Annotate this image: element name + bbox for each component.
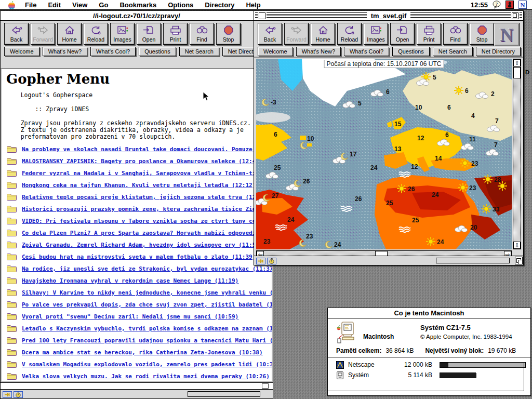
menu-file[interactable]: File	[19, 1, 42, 9]
gopher-list-item[interactable]: Velka slova velkych muzu. Jak se rodi ri…	[6, 370, 272, 382]
macintosh-computer-icon	[336, 322, 357, 343]
gopher-list-item[interactable]: Hongkong ceka na tajfun Khanun. Kvuli ve…	[6, 179, 272, 191]
directory-button-welcome[interactable]: Welcome	[258, 47, 293, 56]
temperature-label: 2	[491, 90, 495, 98]
gopher-list-item[interactable]: V somalskem Mogadisu explodovalo vozidlo…	[6, 358, 272, 370]
stop-button[interactable]: Stop	[470, 23, 494, 45]
forward-button[interactable]: Forward	[284, 23, 309, 45]
gopher-link[interactable]: Relativne teple pocasi preje klistatum, …	[22, 194, 270, 201]
menu-go[interactable]: Go	[93, 1, 114, 9]
directory-button-questions[interactable]: Questions	[392, 47, 430, 56]
print-button[interactable]: Print	[417, 23, 441, 45]
gopher-list-item[interactable]: Historici prosazuji prazsky pomnik zene,…	[6, 203, 272, 215]
close-box[interactable]	[259, 12, 265, 19]
home-button[interactable]: Home	[311, 23, 335, 45]
gopher-link[interactable]: Co dela Plzen Plzni? A proc Sparta zaost…	[22, 230, 272, 236]
menu-view[interactable]: View	[66, 1, 93, 9]
netscape-logo[interactable]: N	[494, 23, 520, 46]
gopher-list-item[interactable]: Co dela Plzen Plzni? A proc Sparta zaost…	[6, 227, 272, 239]
stop-button[interactable]: Stop	[216, 23, 241, 45]
desktop-icon-label[interactable]: D	[525, 69, 529, 75]
gopher-link[interactable]: Zpival Granadu. Zemrel Richard Adam, hve…	[22, 242, 263, 248]
gopher-link[interactable]: Na problemy ve skolach nasadi Bruntal ta…	[22, 146, 272, 153]
gopher-list-item[interactable]: Relativne teple pocasi preje klistatum, …	[6, 191, 272, 203]
directory-button-what-s-cool-[interactable]: What's Cool?	[90, 47, 136, 56]
menu-directory[interactable]: Directory	[199, 1, 240, 9]
images-button[interactable]: Images	[110, 23, 135, 45]
menu-options[interactable]: Options	[162, 1, 199, 9]
gopher-list-item[interactable]: Zpival Granadu. Zemrel Richard Adam, hve…	[6, 239, 272, 251]
gopher-link[interactable]: Havajskeho Ironmana vyhral v rekordnim c…	[22, 277, 238, 284]
zoom-box[interactable]	[512, 12, 518, 19]
images-button[interactable]: Images	[364, 23, 388, 45]
gopher-link[interactable]: VIDEO: Pri festivalu mlsounu v Tabore vz…	[22, 218, 272, 224]
open-button[interactable]: Open	[137, 23, 161, 45]
gopher-link[interactable]: Letadlo s Kaczynskim vybuchlo, tvrdi pol…	[22, 325, 272, 332]
keyboard-layout-icon[interactable]	[506, 1, 514, 9]
scroll-down-arrow[interactable]: ⇩	[513, 242, 521, 249]
reload-button[interactable]: Reload	[337, 23, 362, 45]
gopher-link[interactable]: MALOSTRANSKY ZAPISNIK: Bagety pro poslan…	[22, 158, 263, 165]
stop-icon	[222, 25, 235, 35]
gopher-window-titlebar[interactable]: //i-logout.cz•70/1/cz/zpravy/	[1, 11, 273, 21]
gopher-list-item[interactable]: Cesi budou hrat na mistrovstvi sveta v m…	[6, 251, 272, 263]
find-button[interactable]: Find	[443, 23, 468, 45]
gopher-list-item[interactable]: VIDEO: Pri festivalu mlsounu v Tabore vz…	[6, 215, 272, 227]
temperature-label: 23	[469, 184, 476, 192]
back-button[interactable]: Back	[4, 23, 29, 45]
gopher-list-item[interactable]: Letadlo s Kaczynskim vybuchlo, tvrdi pol…	[6, 323, 272, 335]
map-window-titlebar[interactable]: tm_svet.gif	[254, 11, 523, 21]
scroll-up-arrow[interactable]: ⇧	[513, 59, 521, 66]
window-resize-handle[interactable]	[515, 257, 523, 264]
back-button[interactable]: Back	[258, 23, 282, 45]
netscape-menu-icon[interactable]: N	[518, 1, 527, 9]
gopher-list-item[interactable]: Havajskeho Ironmana vyhral v rekordnim c…	[6, 275, 272, 287]
directory-button-net-search[interactable]: Net Search	[433, 47, 473, 56]
open-button[interactable]: Open	[390, 23, 415, 45]
menu-bookmarks[interactable]: Bookmarks	[114, 1, 162, 9]
gopher-list-item[interactable]: Dcera ma ambice stat se hereckou, rika C…	[6, 347, 272, 358]
reload-button[interactable]: Reload	[84, 23, 108, 45]
forward-button[interactable]: Forward	[31, 23, 55, 45]
gopher-link[interactable]: Cesi budou hrat na mistrovstvi sveta v m…	[22, 254, 256, 260]
gopher-link[interactable]: Historici prosazuji prazsky pomnik zene,…	[22, 206, 272, 212]
home-button[interactable]: Home	[57, 23, 82, 45]
directory-button-questions[interactable]: Questions	[139, 47, 176, 56]
gopher-link[interactable]: Po valce ves prekvapil dopis, zda chce s…	[22, 301, 272, 308]
home-icon	[63, 25, 76, 35]
gopher-link[interactable]: Hongkong ceka na tajfun Khanun. Kvuli ve…	[22, 182, 256, 189]
gopher-link[interactable]: Dcera ma ambice stat se hereckou, rika C…	[22, 349, 263, 356]
gopher-link[interactable]: Vyoral proti "svemu" Decinu zaril: Nedal…	[22, 313, 238, 320]
directory-button-what-s-new-[interactable]: What's New?	[296, 47, 341, 56]
menu-edit[interactable]: Edit	[42, 1, 66, 9]
print-button[interactable]: Print	[163, 23, 188, 45]
directory-button-what-s-new-[interactable]: What's New?	[43, 47, 87, 56]
gopher-list-item[interactable]: Federer vyzral na Nadala i v Sanghaji, S…	[6, 167, 272, 179]
gopher-list-item[interactable]: MALOSTRANSKY ZAPISNIK: Bagety pro poslan…	[6, 155, 272, 167]
directory-button-net-search[interactable]: Net Search	[179, 47, 219, 56]
apple-menu-icon[interactable]	[8, 1, 15, 9]
gopher-list-item[interactable]: Silhavy: V Karvine to nikdy neni jednodu…	[6, 287, 272, 299]
gopher-link[interactable]: V somalskem Mogadisu explodovalo vozidlo…	[22, 361, 272, 368]
vertical-scrollbar[interactable]: ⇧ ⇩	[513, 59, 521, 249]
directory-button-what-s-cool-[interactable]: What's Cool?	[344, 47, 389, 56]
find-button[interactable]: Find	[190, 23, 214, 45]
gopher-link[interactable]: Silhavy: V Karvine to nikdy neni jednodu…	[22, 289, 272, 296]
horizontal-scrollbar[interactable]	[1, 382, 273, 389]
directory-button-welcome[interactable]: Welcome	[4, 47, 39, 56]
gopher-list-item[interactable]: Po valce ves prekvapil dopis, zda chce s…	[6, 299, 272, 311]
gopher-list-item[interactable]: Pred 100 lety Francouzi popravili udajno…	[6, 335, 272, 347]
gopher-list-item[interactable]: Vyoral proti "svemu" Decinu zaril: Nedal…	[6, 311, 272, 323]
gopher-link[interactable]: Federer vyzral na Nadala i v Sanghaji, S…	[22, 170, 272, 177]
directory-button-net-directory[interactable]: Net Directory	[476, 47, 521, 56]
vertical-scrollbar-thumb[interactable]	[513, 67, 521, 78]
menu-help[interactable]: Help	[240, 1, 266, 9]
balloon-help-icon[interactable]: ?	[493, 1, 501, 9]
gopher-link[interactable]: Velka slova velkych muzu. Jak se rodi ri…	[22, 373, 270, 380]
gopher-list-item[interactable]: Na problemy ve skolach nasadi Bruntal ta…	[6, 143, 272, 155]
gopher-list-item[interactable]: Na rodice, jiz unesli sve deti ze Strako…	[6, 263, 272, 275]
scrollbar-thumb[interactable]	[262, 383, 269, 389]
temperature-label: 10	[415, 104, 422, 111]
gopher-link[interactable]: Na rodice, jiz unesli sve deti ze Strako…	[22, 265, 272, 272]
gopher-link[interactable]: Pred 100 lety Francouzi popravili udajno…	[22, 337, 272, 344]
